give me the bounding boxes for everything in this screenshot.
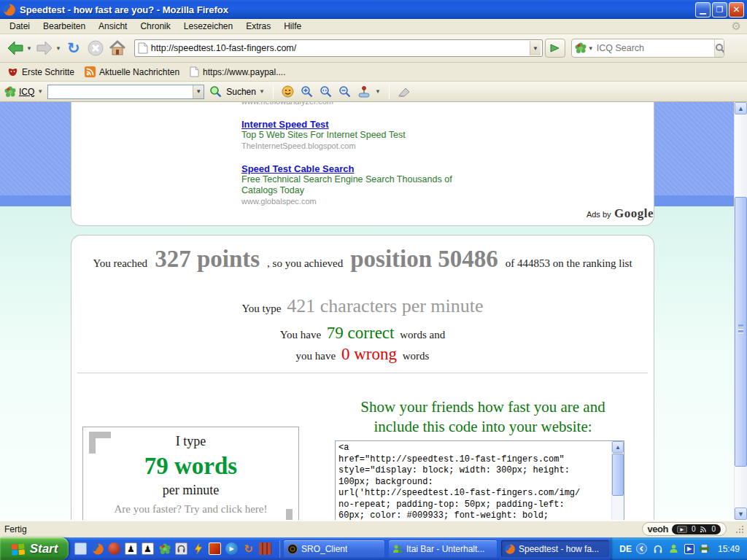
back-dropdown[interactable]: ▼ <box>26 45 32 52</box>
wpm-badge[interactable]: I type 79 words per minute Are you faste… <box>82 427 299 520</box>
suchen-label[interactable]: Suchen <box>226 87 256 97</box>
cleaner-button[interactable] <box>396 84 412 100</box>
hide-icons-button[interactable] <box>636 543 648 555</box>
back-arrow-icon <box>6 39 25 58</box>
task-sro-client[interactable]: SRO_Client <box>283 540 385 558</box>
veoh-widget[interactable]: veoh ▶ 0 0 <box>642 522 727 536</box>
badge-corner-decoration <box>89 432 111 454</box>
address-bar[interactable]: ▼ <box>134 39 543 57</box>
suchen-dropdown[interactable]: ▼ <box>259 88 265 95</box>
menu-chronik[interactable]: Chronik <box>133 20 177 33</box>
url-dropdown-button[interactable]: ▼ <box>530 41 541 55</box>
ad-title-link[interactable]: Speed Test Cable Search <box>241 163 487 174</box>
game-shortcut-icon[interactable]: ♟ <box>142 542 154 555</box>
page-scrollbar[interactable]: ▲ ▼ <box>734 102 747 520</box>
menu-lesezeichen[interactable]: Lesezeichen <box>177 20 239 33</box>
games-button[interactable] <box>356 84 372 100</box>
veoh-status-pill[interactable]: ▶ 0 0 <box>672 524 721 534</box>
textarea-scrollbar[interactable]: ▲ <box>611 441 624 520</box>
menu-extras[interactable]: Extras <box>239 20 277 33</box>
icq-menu-dropdown[interactable]: ▼ <box>37 88 43 95</box>
search-magnifier-button[interactable] <box>714 39 724 57</box>
headphones-app-icon[interactable] <box>175 542 187 555</box>
suchen-button[interactable] <box>207 84 223 100</box>
stop-button[interactable] <box>85 37 107 59</box>
bookmark-aktuelle-nachrichten[interactable]: Aktuelle Nachrichten <box>83 65 185 79</box>
start-button[interactable]: Start <box>0 537 69 560</box>
title-bar[interactable]: Speedtest - how fast are you? - Mozilla … <box>0 0 747 19</box>
page-icon <box>190 66 199 77</box>
position-value: position 50486 <box>350 246 498 272</box>
printer-tray-icon[interactable] <box>699 543 711 555</box>
scrollbar-thumb[interactable] <box>612 454 624 496</box>
zoom-reset-button[interactable] <box>318 84 334 100</box>
ad-description: Top 5 Web Sites For Internet Speed Test <box>241 130 487 141</box>
scrollbar-thumb[interactable] <box>735 197 747 467</box>
menu-ansicht[interactable]: Ansicht <box>92 20 133 33</box>
zoom-out-button[interactable] <box>337 84 353 100</box>
messenger-tray-icon[interactable] <box>668 543 680 555</box>
menu-hilfe[interactable]: Hilfe <box>277 20 308 33</box>
zoom-reset-icon <box>320 85 332 98</box>
maximize-button[interactable]: ❐ <box>712 2 727 18</box>
headset-tray-icon[interactable] <box>652 543 664 555</box>
ad-display-url: TheInternetSpeed.blogspot.com <box>241 141 487 151</box>
game-app-icon[interactable] <box>209 542 221 555</box>
bookmark-paypal[interactable]: https://www.paypal.... <box>188 65 291 79</box>
taskbar-separator <box>279 540 281 558</box>
language-indicator[interactable]: DE <box>619 544 632 554</box>
forward-dropdown[interactable]: ▼ <box>55 45 61 52</box>
minimize-button[interactable]: ▁ <box>695 2 711 18</box>
close-button[interactable]: ✕ <box>729 2 744 18</box>
icq-menu-label[interactable]: ICQ <box>19 87 34 97</box>
icq-flower-icon[interactable]: ▼ <box>572 42 597 54</box>
rss-icon <box>85 66 96 77</box>
game-shortcut-icon[interactable]: ♟ <box>125 542 137 555</box>
menu-bearbeiten[interactable]: Bearbeiten <box>36 20 92 33</box>
resize-grip[interactable] <box>735 525 744 534</box>
icq-toolbar-search-field[interactable]: ▼ <box>47 85 204 99</box>
icq-quicklaunch-icon[interactable] <box>158 542 171 555</box>
task-speedtest-firefox[interactable]: Speedtest - how fa... <box>500 540 610 558</box>
ad-title-link[interactable]: Internet Speed Test <box>241 119 487 130</box>
embed-code-textarea[interactable]: <a href="http://speedtest.10-fast-finger… <box>336 441 611 520</box>
icq-toolbar-search-input[interactable] <box>48 85 193 98</box>
show-desktop-icon[interactable] <box>74 542 87 555</box>
badge-wpm-value: 79 words <box>83 453 298 480</box>
scroll-down-button[interactable]: ▼ <box>735 508 747 520</box>
update-swirl-icon[interactable]: ↻ <box>242 542 255 555</box>
search-history-dropdown[interactable]: ▼ <box>193 85 204 98</box>
badge-challenge-link[interactable]: Are you faster? Try and click here! <box>83 503 298 516</box>
bookmark-erste-schritte[interactable]: Erste Schritte <box>6 65 80 79</box>
task-messenger-chat[interactable]: Itai Bar - Unterhalt... <box>388 540 498 558</box>
icq-search-input[interactable] <box>597 43 714 53</box>
correct-text: words and <box>400 329 445 341</box>
menu-datei[interactable]: Datei <box>3 20 36 33</box>
red-ball-app-icon[interactable] <box>108 542 120 555</box>
google-logo: Google <box>614 206 654 220</box>
go-button[interactable] <box>545 39 565 58</box>
scroll-up-button[interactable]: ▲ <box>735 102 747 114</box>
icq-search-box[interactable]: ▼ <box>571 39 724 58</box>
score-text: You reached <box>93 257 147 269</box>
library-app-icon[interactable] <box>259 542 271 555</box>
ads-by-google[interactable]: Ads by Google <box>409 206 654 221</box>
scroll-up-icon[interactable]: ▲ <box>612 441 624 453</box>
reload-button[interactable]: ↻ <box>63 37 85 59</box>
ads-by-label: Ads by <box>587 210 611 219</box>
games-dropdown[interactable]: ▼ <box>375 88 381 95</box>
url-input[interactable] <box>151 43 530 53</box>
play-icon[interactable]: ▶ <box>677 526 687 533</box>
smiley-button[interactable] <box>280 84 296 100</box>
home-button[interactable] <box>107 37 128 59</box>
go-arrow-icon <box>549 43 561 53</box>
back-button[interactable] <box>4 37 26 59</box>
forward-button[interactable] <box>34 37 55 59</box>
zoom-in-button[interactable] <box>299 84 315 100</box>
eraser-icon <box>397 86 411 98</box>
media-player-tray-icon[interactable]: ▶ <box>684 544 694 554</box>
firefox-quicklaunch-icon[interactable] <box>91 542 104 555</box>
media-player-icon[interactable]: ▶ <box>225 542 238 555</box>
taskbar-clock[interactable]: 15:49 <box>718 544 740 554</box>
winamp-icon[interactable] <box>192 542 204 555</box>
